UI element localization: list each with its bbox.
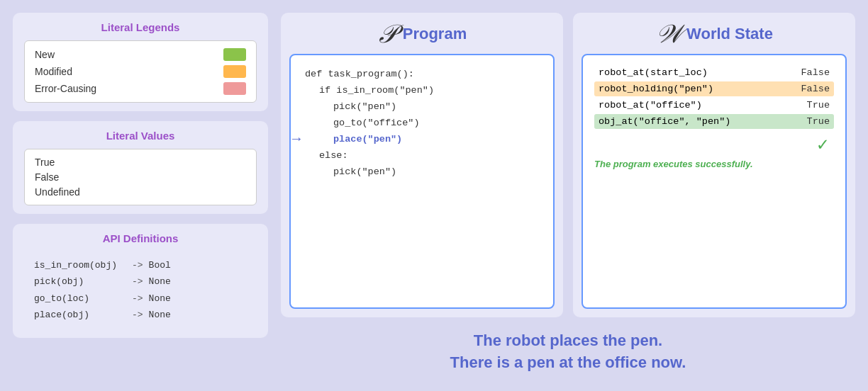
api-arrow-3: -> — [132, 290, 143, 307]
program-title: Program — [403, 25, 467, 43]
top-panels: 𝒫 Program def task_program(): if is_in_r… — [281, 13, 855, 317]
values-box: True False Undefined — [24, 149, 257, 205]
legend-new-label: New — [35, 49, 55, 60]
state-val-1: False — [801, 67, 830, 78]
api-type-3: None — [149, 290, 171, 307]
api-name-4: place(obj) — [34, 307, 126, 323]
program-math-symbol: 𝒫 — [377, 21, 396, 47]
api-name-3: go_to(loc) — [34, 290, 126, 307]
legend-item-new: New — [35, 48, 246, 61]
program-header: 𝒫 Program — [289, 21, 555, 47]
value-true: True — [35, 157, 246, 168]
code-line-2: if is_in_room("pen") — [305, 83, 539, 99]
api-name-2: pick(obj) — [34, 273, 126, 290]
main-area: 𝒫 Program def task_program(): if is_in_r… — [281, 13, 855, 378]
world-header: 𝒲 World State — [582, 21, 847, 47]
code-line-3: pick("pen") — [305, 99, 539, 115]
state-val-2: False — [801, 84, 830, 94]
code-line-6: else: — [305, 148, 539, 164]
code-text-2: if is_in_room("pen") — [319, 83, 434, 99]
values-card: Literal Values True False Undefined — [13, 121, 268, 214]
api-type-4: None — [149, 307, 171, 323]
program-panel: 𝒫 Program def task_program(): if is_in_r… — [281, 13, 563, 317]
state-val-3: True — [807, 100, 830, 110]
success-checkmark: ✓ — [594, 133, 834, 156]
legend-error-swatch — [223, 82, 246, 95]
api-arrow-1: -> — [132, 257, 143, 273]
bottom-caption: The robot places the pen. There is a pen… — [281, 326, 855, 378]
api-type-1: Bool — [149, 257, 171, 273]
left-panel: Literal Legends New Modified Error-Causi… — [13, 13, 268, 378]
caption-line-1: The robot places the pen. — [281, 330, 855, 352]
code-text-5-highlight: place("pen") — [333, 132, 402, 148]
api-line-1: is_in_room(obj) -> Bool — [34, 257, 247, 273]
world-title: World State — [686, 25, 773, 43]
code-text-1: def task_program(): — [305, 67, 414, 83]
world-panel: 𝒲 World State robot_at(start_loc) False … — [573, 13, 855, 317]
code-text-6: else: — [319, 148, 348, 164]
legend-modified-swatch — [223, 65, 246, 78]
code-line-7: pick("pen") — [305, 164, 539, 181]
state-val-4: True — [807, 116, 830, 127]
api-box: is_in_room(obj) -> Bool pick(obj) -> Non… — [24, 251, 257, 329]
legend-box: New Modified Error-Causing — [24, 40, 257, 103]
api-line-3: go_to(loc) -> None — [34, 290, 247, 307]
api-type-2: None — [149, 273, 171, 290]
caption-line-2: There is a pen at the office now. — [281, 352, 855, 374]
code-line-4: go_to("office") — [305, 115, 539, 132]
state-box: robot_at(start_loc) False robot_holding(… — [582, 54, 847, 309]
api-title: API Definitions — [24, 232, 257, 244]
legends-title: Literal Legends — [24, 21, 257, 33]
state-pred-2: robot_holding("pen") — [599, 84, 713, 94]
code-text-7: pick("pen") — [333, 164, 396, 181]
code-line-1: def task_program(): — [305, 67, 539, 83]
state-row-1: robot_at(start_loc) False — [594, 65, 834, 80]
state-pred-1: robot_at(start_loc) — [599, 67, 708, 78]
legend-new-swatch — [223, 48, 246, 61]
legend-error-label: Error-Causing — [35, 83, 96, 94]
legend-item-error: Error-Causing — [35, 82, 246, 95]
api-line-4: place(obj) -> None — [34, 307, 247, 323]
state-pred-3: robot_at("office") — [599, 100, 702, 110]
api-line-2: pick(obj) -> None — [34, 273, 247, 290]
code-box: def task_program(): if is_in_room("pen")… — [289, 54, 555, 309]
state-pred-4: obj_at("office", "pen") — [599, 116, 730, 127]
state-row-4: obj_at("office", "pen") True — [594, 114, 834, 129]
api-arrow-4: -> — [132, 307, 143, 323]
api-name-1: is_in_room(obj) — [34, 257, 126, 273]
value-undefined: Undefined — [35, 186, 246, 198]
values-title: Literal Values — [24, 130, 257, 142]
success-text: The program executes successfully. — [594, 159, 834, 169]
code-text-3: pick("pen") — [333, 99, 396, 115]
value-false: False — [35, 171, 246, 183]
api-arrow-2: -> — [132, 273, 143, 290]
legend-item-modified: Modified — [35, 65, 246, 78]
code-text-4: go_to("office") — [333, 115, 420, 132]
legends-card: Literal Legends New Modified Error-Causi… — [13, 13, 268, 111]
state-row-3: robot_at("office") True — [594, 98, 834, 113]
api-card: API Definitions is_in_room(obj) -> Bool … — [13, 224, 268, 338]
world-math-symbol: 𝒲 — [655, 21, 679, 47]
code-line-5: → place("pen") — [305, 132, 539, 148]
state-row-2: robot_holding("pen") False — [594, 81, 834, 96]
execution-arrow-icon: → — [292, 128, 301, 152]
legend-modified-label: Modified — [35, 66, 72, 77]
